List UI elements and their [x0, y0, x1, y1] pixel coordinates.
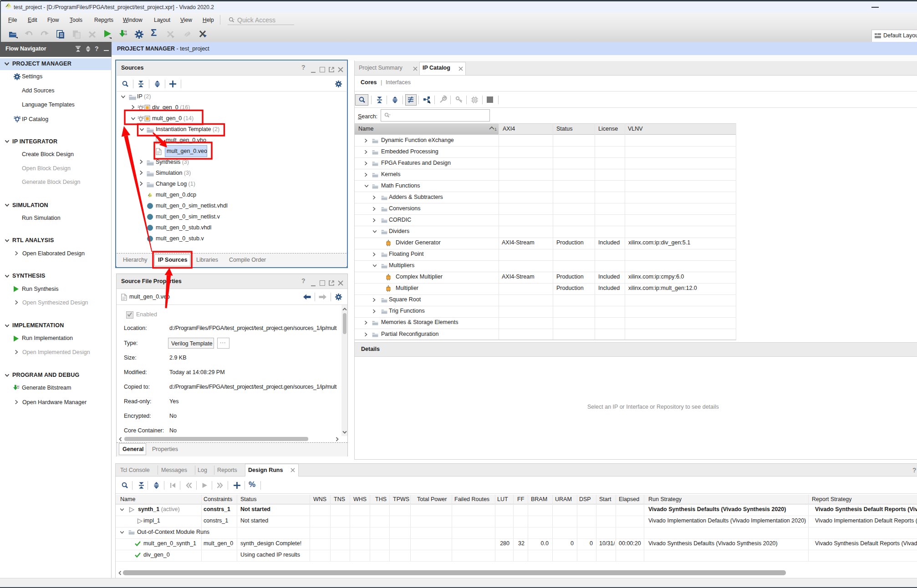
svg-text:10: 10 — [124, 33, 127, 36]
svg-text:1: 1 — [494, 127, 497, 132]
svg-text:10: 10 — [17, 387, 19, 389]
